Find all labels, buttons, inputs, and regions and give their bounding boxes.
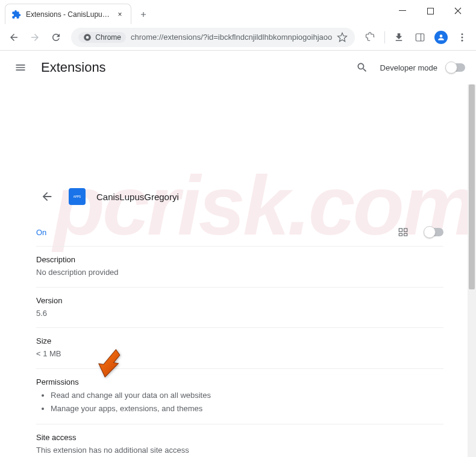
svg-rect-13 bbox=[399, 233, 402, 236]
permission-item: Read and change all your data on all web… bbox=[51, 389, 443, 402]
size-label: Size bbox=[36, 336, 443, 345]
maximize-icon bbox=[427, 8, 434, 14]
hamburger-menu-button[interactable] bbox=[11, 58, 30, 77]
permissions-list: Read and change all your data on all web… bbox=[51, 389, 443, 415]
panel-icon bbox=[415, 32, 425, 43]
nav-back-button[interactable] bbox=[5, 28, 23, 47]
permission-item: Manage your apps, extensions, and themes bbox=[51, 402, 443, 415]
nav-reload-button[interactable] bbox=[47, 28, 66, 47]
description-label: Description bbox=[36, 255, 443, 264]
downloads-button[interactable] bbox=[390, 28, 409, 47]
site-view-icon[interactable] bbox=[398, 227, 409, 238]
developer-mode-toggle[interactable] bbox=[446, 63, 465, 72]
arrow-right-icon bbox=[30, 32, 40, 43]
extension-app-icon: APPS bbox=[69, 188, 86, 205]
plus-icon bbox=[139, 10, 148, 19]
browser-tab[interactable]: Extensions - CanisLupusGregor... × bbox=[5, 4, 131, 24]
reload-icon bbox=[51, 32, 61, 43]
profile-button[interactable] bbox=[431, 28, 450, 47]
svg-point-7 bbox=[461, 36, 463, 38]
extensions-button[interactable] bbox=[361, 28, 380, 47]
svg-point-3 bbox=[86, 36, 89, 39]
minimize-icon bbox=[399, 7, 406, 14]
extension-puzzle-icon bbox=[11, 10, 21, 19]
browser-toolbar: Chrome chrome://extensions/?id=ibckflndc… bbox=[0, 24, 476, 51]
window-titlebar: Extensions - CanisLupusGregor... × bbox=[0, 0, 476, 24]
svg-text:APPS: APPS bbox=[74, 195, 81, 198]
site-access-label: Site access bbox=[36, 433, 443, 442]
search-icon bbox=[356, 61, 368, 74]
dots-vertical-icon bbox=[457, 32, 468, 43]
hamburger-icon bbox=[14, 61, 27, 74]
omnibox[interactable]: Chrome chrome://extensions/?id=ibckflndc… bbox=[71, 28, 355, 47]
sidepanel-button[interactable] bbox=[411, 28, 430, 47]
arrow-back-icon bbox=[40, 190, 54, 203]
window-controls bbox=[394, 2, 476, 24]
size-value: < 1 MB bbox=[36, 348, 443, 360]
vertical-scrollbar[interactable] bbox=[468, 84, 476, 457]
toolbar-separator bbox=[384, 31, 385, 43]
chrome-chip: Chrome bbox=[78, 32, 126, 43]
svg-rect-14 bbox=[404, 233, 407, 236]
menu-button[interactable] bbox=[453, 28, 471, 47]
description-value: No description provided bbox=[36, 266, 443, 279]
extension-name: CanisLupusGregoryi bbox=[96, 192, 179, 202]
svg-rect-1 bbox=[427, 8, 433, 14]
developer-mode-label: Developer mode bbox=[380, 63, 437, 72]
new-tab-button[interactable] bbox=[135, 6, 152, 23]
version-value: 5.6 bbox=[36, 307, 443, 320]
scrollbar-thumb[interactable] bbox=[469, 84, 475, 289]
chrome-icon bbox=[83, 33, 92, 42]
svg-rect-11 bbox=[399, 228, 402, 232]
extension-enable-toggle[interactable] bbox=[424, 228, 443, 236]
svg-rect-0 bbox=[399, 10, 406, 11]
arrow-left-icon bbox=[8, 32, 19, 43]
page-title: Extensions bbox=[41, 60, 106, 75]
star-icon[interactable] bbox=[337, 32, 348, 43]
back-button[interactable] bbox=[36, 186, 58, 207]
svg-point-6 bbox=[461, 33, 463, 35]
search-button[interactable] bbox=[352, 58, 372, 77]
permissions-label: Permissions bbox=[36, 377, 443, 386]
extensions-header: Extensions Developer mode bbox=[0, 51, 476, 84]
site-access-value: This extension has no additional site ac… bbox=[36, 444, 443, 456]
close-icon bbox=[454, 7, 462, 14]
svg-rect-4 bbox=[416, 34, 424, 41]
omnibox-actions bbox=[337, 32, 348, 43]
window-close-button[interactable] bbox=[449, 2, 466, 19]
svg-rect-12 bbox=[404, 228, 407, 232]
tab-close-icon[interactable]: × bbox=[115, 10, 125, 19]
avatar-icon bbox=[434, 31, 448, 44]
extension-detail-panel: pcrisk.com APPS CanisLupusGregoryi On De… bbox=[0, 84, 468, 457]
puzzle-icon bbox=[365, 32, 376, 43]
on-status-label: On bbox=[36, 228, 46, 237]
nav-forward-button[interactable] bbox=[26, 28, 45, 47]
download-icon bbox=[393, 32, 404, 43]
chrome-chip-label: Chrome bbox=[95, 33, 121, 42]
svg-point-8 bbox=[461, 39, 463, 41]
version-label: Version bbox=[36, 296, 443, 305]
url-text: chrome://extensions/?id=ibckflndcnjildlh… bbox=[131, 33, 332, 42]
tab-title: Extensions - CanisLupusGregor... bbox=[26, 10, 110, 19]
window-minimize-button[interactable] bbox=[394, 2, 411, 19]
window-maximize-button[interactable] bbox=[422, 2, 439, 19]
